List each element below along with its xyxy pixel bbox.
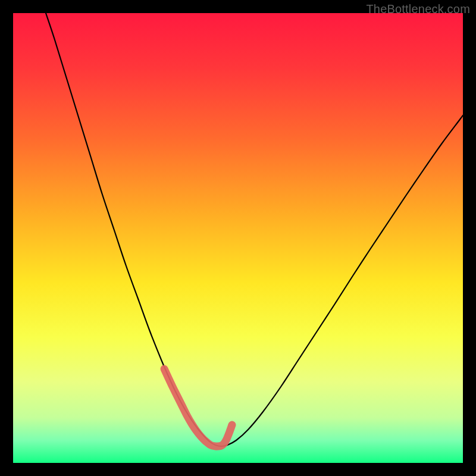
gradient-background <box>13 13 463 463</box>
chart-frame: TheBottleneck.com <box>0 0 476 476</box>
watermark-text: TheBottleneck.com <box>366 2 470 16</box>
bottleneck-chart <box>13 13 463 463</box>
plot-area <box>13 13 463 463</box>
